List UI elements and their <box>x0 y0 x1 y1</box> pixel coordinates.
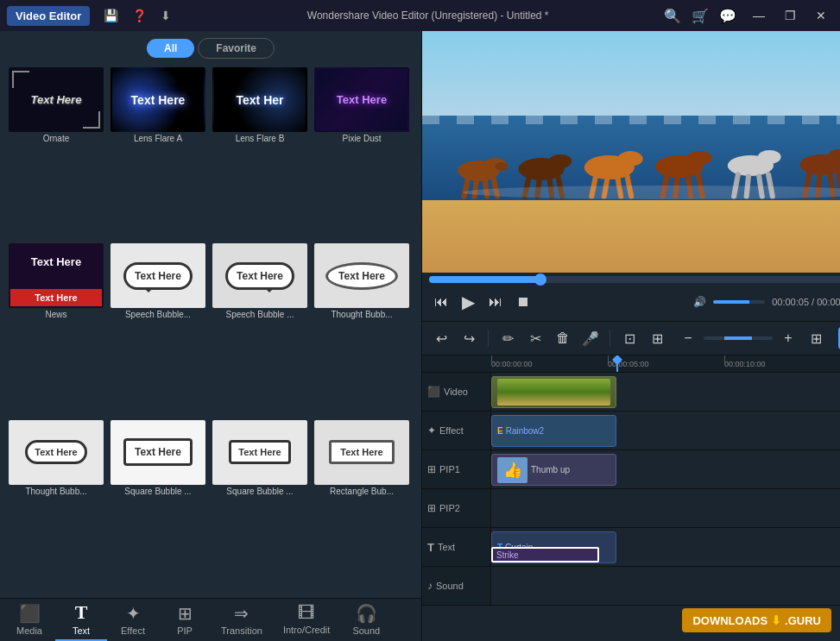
progress-thumb[interactable] <box>534 273 546 286</box>
zoom-out-button[interactable]: − <box>676 326 700 350</box>
zoom-in-button[interactable]: + <box>776 326 800 350</box>
transition-icon: ⇒ <box>234 603 249 624</box>
video-clip[interactable] <box>491 376 616 408</box>
track-label-sound-text: Sound <box>436 581 464 591</box>
thumbnail-lens-b: Text Her <box>212 67 307 132</box>
list-item[interactable]: Text Here Lens Flare A <box>109 66 207 238</box>
video-preview <box>422 31 840 273</box>
track-label-video-text: Video <box>444 386 468 397</box>
tab-text[interactable]: T Text <box>55 599 107 641</box>
text-track-icon: T <box>427 541 434 554</box>
pip1-track-icon: ⊞ <box>427 463 436 475</box>
ruler-mark-2: 00:00:10:00 <box>724 355 766 372</box>
thumb-label-speech-b: Speech Bubble ... <box>212 310 307 319</box>
redo-button[interactable]: ↪ <box>457 326 481 350</box>
delete-button[interactable]: 🗑 <box>551 326 575 350</box>
minimize-button[interactable]: — <box>747 5 771 26</box>
effect-clip[interactable]: E Rainbow2 <box>491 415 616 447</box>
crop-button[interactable]: ⊡ <box>617 326 641 350</box>
tab-media[interactable]: ⬛ Media <box>3 599 55 641</box>
playhead[interactable] <box>616 355 618 372</box>
progress-fill <box>429 276 540 283</box>
track-label-text: T Text <box>422 528 491 566</box>
zoom-slider[interactable] <box>704 336 773 340</box>
maximize-button[interactable]: ❐ <box>778 5 802 26</box>
track-label-text-text: Text <box>438 542 455 552</box>
download-icon[interactable]: ⬇ <box>157 7 174 24</box>
cart-icon[interactable]: 🛒 <box>692 8 709 24</box>
list-item[interactable]: Text Here Thought Bubb... <box>313 242 411 414</box>
zoom-fit-button[interactable]: ⊞ <box>804 326 828 350</box>
list-item[interactable]: Text Here Ornate <box>7 66 105 238</box>
chat-icon[interactable]: 💬 <box>719 8 736 24</box>
list-item[interactable]: Text Here Text Here News <box>7 242 105 414</box>
window-title: Wondershare Video Editor (Unregistered) … <box>192 9 664 22</box>
thumb-label-speech-a: Speech Bubble... <box>111 310 205 319</box>
mic-button[interactable]: 🎤 <box>578 326 603 350</box>
favorite-filter-button[interactable]: Favorite <box>198 38 275 59</box>
thumb-label-lens-a: Lens Flare A <box>111 134 205 143</box>
step-forward-button[interactable]: ⏭ <box>483 291 508 313</box>
effect-prefix: E <box>497 426 503 436</box>
split-button[interactable]: ⊞ <box>645 326 669 350</box>
ruler-mark-0: 00:00:00:00 <box>491 355 533 372</box>
tab-pip-label: PIP <box>177 625 193 636</box>
timeline: 00:00:00:00 00:00:05:00 00:00:10:00 00:0… <box>422 355 840 641</box>
list-item[interactable]: Text Here Rectangle Bub... <box>313 418 411 591</box>
app-logo: Video Editor <box>7 6 90 26</box>
search-title-icon[interactable]: 🔍 <box>664 8 681 24</box>
tab-pip[interactable]: ⊞ PIP <box>159 599 211 641</box>
cut-button[interactable]: ✂ <box>523 326 547 350</box>
watermark-icon: ⬇ <box>771 613 781 627</box>
toolbar: ↩ ↪ ✏ ✂ 🗑 🎤 ⊡ ⊞ − + ⊞ 📤 Export <box>422 321 840 355</box>
volume-slider[interactable] <box>713 300 765 304</box>
list-item[interactable]: Text Here Speech Bubble... <box>109 242 207 414</box>
save-icon[interactable]: 💾 <box>100 7 122 24</box>
track-label-effect: ✦ Effect <box>422 412 491 449</box>
thumbnail-rect: Text Here <box>314 420 409 485</box>
list-item[interactable]: Text Here Speech Bubble ... <box>211 242 309 414</box>
list-item[interactable]: Text Here Pixie Dust <box>313 66 411 238</box>
stop-button[interactable]: ⏹ <box>511 291 535 313</box>
all-filter-button[interactable]: All <box>147 39 194 58</box>
tab-bar: ⬛ Media T Text ✦ Effect ⊞ PIP ⇒ Transiti… <box>0 598 421 641</box>
video-track-icon: ⬛ <box>427 386 440 398</box>
rewind-button[interactable]: ⏮ <box>429 291 453 313</box>
progress-bar[interactable] <box>429 276 840 283</box>
playback-controls: ⏮ ▶ ⏭ ⏹ <box>429 288 535 316</box>
thumbnail-ornate: Text Here <box>9 67 104 132</box>
list-item[interactable]: Text Here Square Bubble ... <box>211 418 309 591</box>
svg-line-2 <box>464 178 468 197</box>
edit-button[interactable]: ✏ <box>496 326 520 350</box>
tab-intro[interactable]: 🎞 Intro/Credit <box>273 599 340 641</box>
intro-icon: 🎞 <box>298 603 315 623</box>
track-label-video: ⬛ Video <box>422 373 491 411</box>
thumbnail-square-a: Text Here <box>9 420 104 485</box>
ruler-marks: 00:00:00:00 00:00:05:00 00:00:10:00 00:0… <box>491 355 840 372</box>
tab-sound[interactable]: 🎧 Sound <box>340 599 392 641</box>
list-item[interactable]: Text Here Square Bubble ... <box>109 418 207 591</box>
pip1-clip[interactable]: 👍 Thumb up <box>491 454 616 486</box>
thumb-label-square-a: Thought Bubb... <box>9 487 104 496</box>
tab-transition[interactable]: ⇒ Transition <box>211 599 273 641</box>
horses-svg <box>447 93 840 205</box>
tab-sound-label: Sound <box>352 625 380 636</box>
list-item[interactable]: Text Her Lens Flare B <box>211 66 309 238</box>
text-icon: T <box>75 601 88 624</box>
pip1-clip-label: Thumb up <box>531 465 570 474</box>
main-layout: All Favorite Text Here Ornate Text Here <box>0 31 840 641</box>
track-row-effect: ✦ Effect E Rainbow2 <box>422 412 840 450</box>
undo-button[interactable]: ↩ <box>429 326 453 350</box>
tab-effect[interactable]: ✦ Effect <box>107 599 159 641</box>
help-icon[interactable]: ❓ <box>129 7 150 24</box>
track-content-sound <box>491 567 840 605</box>
track-row-sound: ♪ Sound <box>422 567 840 606</box>
list-item[interactable]: Text Here Thought Bubb... <box>7 418 105 591</box>
controls-right: 🔊 00:00:05 / 00:00:35 📷 ⛶ <box>693 292 840 312</box>
thumbnail-news: Text Here Text Here <box>9 243 104 308</box>
play-button[interactable]: ▶ <box>457 288 480 316</box>
svg-point-6 <box>496 162 508 171</box>
text-clip-strike[interactable]: Strike <box>491 547 599 562</box>
close-button[interactable]: ✕ <box>809 5 833 26</box>
media-icon: ⬛ <box>19 603 41 624</box>
